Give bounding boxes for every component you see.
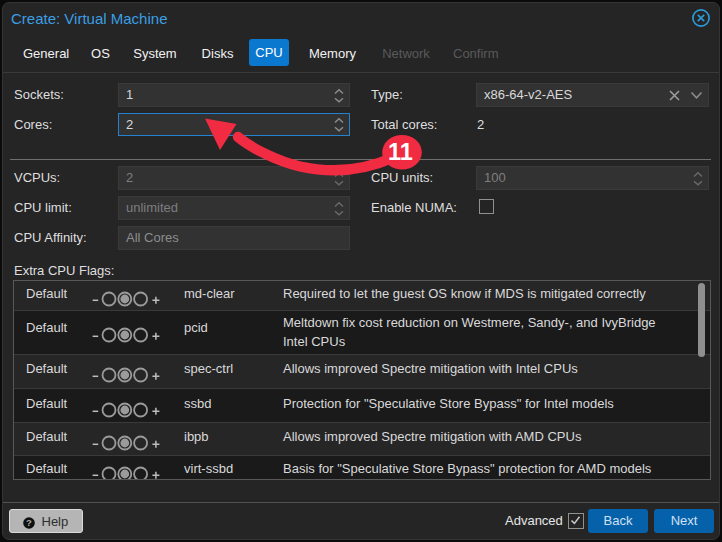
svg-text:11: 11: [388, 139, 413, 165]
